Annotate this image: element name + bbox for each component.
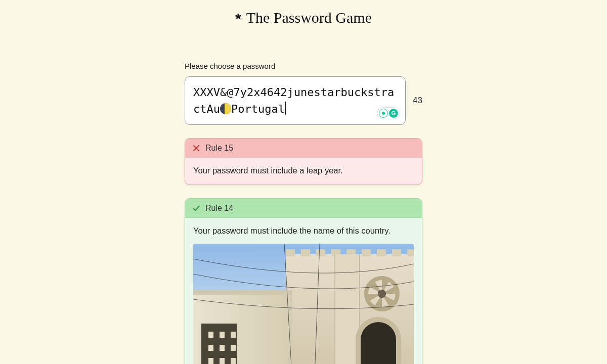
- cathedral-shape: [286, 254, 414, 364]
- rule-text: Your password must include the name of t…: [193, 226, 414, 236]
- password-input[interactable]: XXXV&@7y2x4642junestarbuckstractAuPortug…: [185, 76, 406, 125]
- main-column: Please choose a password XXXV&@7y2x4642j…: [185, 62, 422, 364]
- moon-emoji-icon: [220, 103, 231, 114]
- arch-door-shape: [356, 317, 401, 364]
- left-building-shape: [193, 290, 292, 364]
- password-row: XXXV&@7y2x4642junestarbuckstractAuPortug…: [185, 76, 422, 125]
- rule-text: Your password must include a leap year.: [193, 166, 343, 175]
- country-streetview-image[interactable]: [193, 244, 414, 364]
- page-title: The Password Game: [246, 9, 372, 26]
- x-icon: [192, 144, 200, 152]
- asterisk-icon: *: [235, 11, 241, 26]
- grammarly-g-icon: G: [389, 109, 398, 118]
- rule-head: Rule 14: [185, 199, 422, 218]
- rule-card-14: Rule 14 Your password must include the n…: [185, 198, 422, 364]
- char-count: 43: [413, 96, 422, 106]
- page-header: * The Password Game: [0, 0, 607, 26]
- rule-body: Your password must include a leap year.: [185, 158, 422, 185]
- text-cursor: [285, 102, 286, 115]
- grammarly-badge[interactable]: G: [377, 107, 400, 119]
- password-prompt: Please choose a password: [185, 62, 422, 70]
- rule-card-15: Rule 15 Your password must include a lea…: [185, 138, 422, 185]
- password-text-part2: Portugal: [231, 103, 285, 115]
- check-icon: [192, 204, 200, 212]
- rule-label: Rule 14: [205, 204, 233, 213]
- rule-label: Rule 15: [205, 144, 233, 153]
- rule-head: Rule 15: [185, 139, 422, 158]
- grammarly-pin-icon: [379, 109, 388, 118]
- rule-body: Your password must include the name of t…: [185, 218, 422, 364]
- rose-window-shape: [364, 276, 400, 311]
